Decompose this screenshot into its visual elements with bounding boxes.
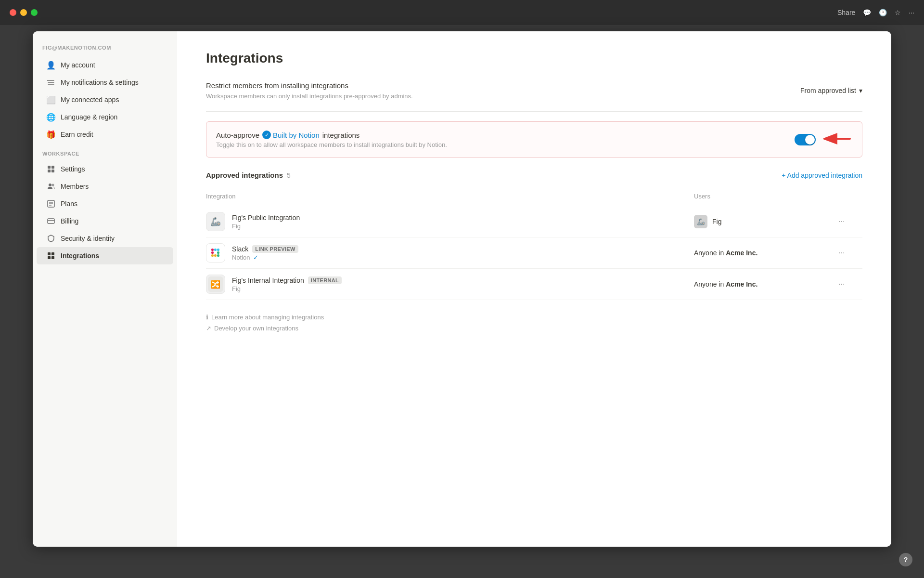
integration-name-text: Fig's Public Integration <box>232 214 300 222</box>
autoapprove-content: Auto-approve ✓ Built by Notion integrati… <box>216 131 447 148</box>
svg-rect-29 <box>211 254 214 257</box>
arrow-container <box>823 131 852 148</box>
integration-cell: 🔀 Fig's Internal Integration INTERNAL Fi… <box>206 275 694 294</box>
notion-check-icon: ✓ <box>262 131 271 139</box>
footer-links: ℹ Learn more about managing integrations… <box>206 314 862 332</box>
integration-name-text: Slack <box>232 245 248 253</box>
sidebar-item-members[interactable]: Members <box>37 178 173 195</box>
svg-rect-1 <box>48 166 51 169</box>
add-approved-integration-button[interactable]: + Add approved integration <box>782 171 862 179</box>
svg-rect-22 <box>209 246 222 260</box>
sidebar-item-billing[interactable]: Billing <box>37 212 173 230</box>
svg-rect-11 <box>48 219 54 223</box>
info-icon: ℹ <box>206 314 208 321</box>
more-options-button[interactable]: ··· <box>838 280 845 289</box>
sidebar-item-label: Plans <box>61 200 77 208</box>
svg-rect-25 <box>214 249 217 251</box>
col-integration: Integration <box>206 193 694 200</box>
users-cell: Anyone in Acme Inc. <box>694 280 838 288</box>
restrict-heading: Restrict members from installing integra… <box>206 81 413 90</box>
sidebar-item-label: Integrations <box>61 252 99 260</box>
external-link-icon: ↗ <box>206 325 211 332</box>
workspace-name: Acme Inc. <box>726 280 757 288</box>
sidebar-item-label: My connected apps <box>61 96 119 104</box>
row-more-actions: ··· <box>838 280 862 289</box>
bookmark-icon[interactable]: ☆ <box>895 9 901 16</box>
autoapprove-toggle[interactable] <box>795 134 816 145</box>
apps-icon: ⬜ <box>46 95 56 105</box>
develop-integrations-link[interactable]: ↗ Develop your own integrations <box>206 325 862 332</box>
integration-cell: 🦾 Fig's Public Integration Fig <box>206 212 694 231</box>
table-header: Integration Users <box>206 189 862 204</box>
sidebar-item-settings[interactable]: Settings <box>37 160 173 178</box>
integration-owner: Fig <box>232 285 342 292</box>
integration-owner: Notion ✓ <box>232 254 298 261</box>
sidebar-item-label: Settings <box>61 165 85 173</box>
restrict-section: Restrict members from installing integra… <box>206 81 862 112</box>
learn-more-link[interactable]: ℹ Learn more about managing integrations <box>206 314 862 321</box>
main-content: Integrations Restrict members from insta… <box>177 31 891 547</box>
users-label: Anyone in Acme Inc. <box>694 280 757 288</box>
more-icon[interactable]: ··· <box>909 9 914 16</box>
close-button[interactable] <box>10 9 16 16</box>
chat-icon[interactable]: 💬 <box>863 9 871 16</box>
table-row: 🔀 Fig's Internal Integration INTERNAL Fi… <box>206 269 862 300</box>
billing-icon <box>46 216 56 226</box>
red-arrow-icon <box>823 131 852 146</box>
sidebar-item-language[interactable]: 🌐 Language & region <box>37 108 173 126</box>
titlebar: Share 💬 🕐 ☆ ··· <box>0 0 924 25</box>
slack-icon <box>206 243 225 263</box>
svg-text:🦾: 🦾 <box>210 216 221 227</box>
sidebar-item-plans[interactable]: Plans <box>37 195 173 212</box>
shield-icon <box>46 234 56 243</box>
sidebar-item-notifications[interactable]: My notifications & settings <box>37 74 173 91</box>
svg-rect-30 <box>217 254 219 257</box>
sidebar-item-connected-apps[interactable]: ⬜ My connected apps <box>37 91 173 108</box>
learn-more-label: Learn more about managing integrations <box>211 314 324 321</box>
fig-internal-icon: 🔀 <box>206 275 225 294</box>
traffic-lights <box>10 9 38 16</box>
integration-name: Fig's Internal Integration INTERNAL <box>232 276 342 284</box>
integration-info: Fig's Public Integration Fig <box>232 214 300 230</box>
svg-rect-15 <box>48 256 51 259</box>
sidebar-item-integrations[interactable]: Integrations <box>37 247 173 264</box>
autoapprove-suffix: integrations <box>322 131 360 139</box>
share-button[interactable]: Share <box>837 9 855 16</box>
svg-rect-16 <box>51 256 54 259</box>
built-by-notion: ✓ Built by Notion <box>262 131 320 139</box>
autoapprove-text: Auto-approve ✓ Built by Notion integrati… <box>216 131 447 139</box>
restrict-description: Workspace members can only install integ… <box>206 92 413 100</box>
sidebar-item-label: Billing <box>61 217 78 225</box>
approved-count: 5 <box>287 171 291 179</box>
svg-text:🦾: 🦾 <box>697 218 706 226</box>
maximize-button[interactable] <box>31 9 38 16</box>
integration-name: Fig's Public Integration <box>232 214 300 222</box>
approved-list-label: From approved list <box>800 87 856 94</box>
more-options-button[interactable]: ··· <box>838 249 845 257</box>
users-label: Anyone in Acme Inc. <box>694 249 757 257</box>
help-button[interactable]: ? <box>899 553 912 566</box>
svg-rect-28 <box>214 254 217 257</box>
svg-rect-2 <box>51 166 54 169</box>
history-icon[interactable]: 🕐 <box>879 9 887 16</box>
sidebar-item-my-account[interactable]: 👤 My account <box>37 56 173 74</box>
sidebar-item-earn-credit[interactable]: 🎁 Earn credit <box>37 126 173 143</box>
row-more-actions: ··· <box>838 217 862 226</box>
more-options-button[interactable]: ··· <box>838 217 845 226</box>
svg-point-5 <box>49 184 51 186</box>
restrict-text: Restrict members from installing integra… <box>206 81 413 100</box>
svg-rect-24 <box>211 249 214 251</box>
sidebar-item-security[interactable]: Security & identity <box>37 230 173 247</box>
account-icon: 👤 <box>46 60 56 70</box>
sidebar-item-label: Earn credit <box>61 131 93 138</box>
link-preview-badge: LINK PREVIEW <box>252 245 298 253</box>
svg-rect-27 <box>217 251 219 254</box>
svg-rect-14 <box>51 252 54 255</box>
sidebar-email: FIG@MAKENOTION.COM <box>33 45 177 56</box>
members-icon <box>46 182 56 191</box>
sidebar-item-label: My account <box>61 61 95 69</box>
approved-list-dropdown[interactable]: From approved list ▾ <box>800 87 862 94</box>
verified-icon: ✓ <box>253 254 258 261</box>
minimize-button[interactable] <box>20 9 27 16</box>
plans-icon <box>46 199 56 209</box>
